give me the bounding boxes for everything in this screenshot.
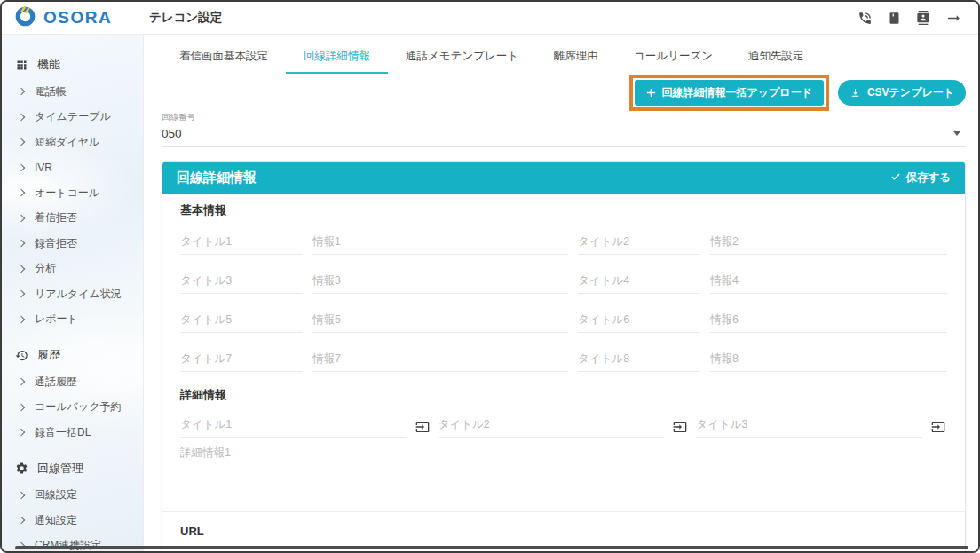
tab-bar: 着信画面基本設定 回線詳細情報 通話メモテンプレート 離席理由 コールリーズン … — [162, 42, 966, 74]
tab-away-reason[interactable]: 離席理由 — [536, 42, 616, 74]
address-book-icon[interactable] — [888, 12, 901, 25]
sidebar: 機能 電話帳 タイムテーブル 短縮ダイヤル IVR オートコール 着信拒否 録音… — [2, 35, 144, 551]
tab-incoming-basic[interactable]: 着信画面基本設定 — [162, 42, 286, 74]
upload-button-highlight-box: 回線詳細情報一括アップロード — [629, 75, 829, 111]
basic-info-8-input[interactable] — [710, 350, 947, 372]
tab-call-reason[interactable]: コールリーズン — [616, 42, 731, 74]
basic-title-3-input[interactable] — [180, 272, 303, 294]
csv-template-button[interactable]: CSVテンプレート — [838, 80, 966, 106]
sidebar-item-call-history[interactable]: 通話履歴 — [2, 369, 143, 395]
basic-info-grid — [180, 233, 947, 372]
basic-info-4-input[interactable] — [710, 272, 947, 294]
basic-info-6-input[interactable] — [710, 311, 947, 333]
page-title: テレコン設定 — [144, 10, 222, 26]
sidebar-item-report[interactable]: レポート — [2, 307, 143, 333]
bulk-upload-button-label: 回線詳細情報一括アップロード — [662, 85, 812, 100]
sidebar-item-speed-dial[interactable]: 短縮ダイヤル — [2, 130, 143, 155]
detail-title-2-input[interactable] — [439, 415, 665, 438]
chevron-right-icon — [18, 215, 25, 222]
url-section-title: URL — [180, 525, 947, 538]
chevron-right-icon — [18, 316, 25, 323]
sidebar-item-label: リアルタイム状況 — [35, 287, 122, 302]
section-divider — [162, 511, 965, 512]
bulk-upload-button[interactable]: 回線詳細情報一括アップロード — [635, 80, 824, 106]
tab-memo-template[interactable]: 通話メモテンプレート — [388, 42, 536, 74]
sidebar-item-autocall[interactable]: オートコール — [2, 180, 143, 206]
detail-title-row — [180, 415, 947, 438]
save-button-label: 保存する — [905, 170, 951, 186]
chevron-right-icon — [18, 240, 25, 247]
input-variable-icon[interactable] — [414, 420, 431, 434]
sidebar-item-realtime[interactable]: リアルタイム状況 — [2, 281, 143, 307]
sidebar-item-callback[interactable]: コールバック予約 — [2, 395, 143, 421]
panel-header: 回線詳細情報 保存する — [162, 162, 965, 194]
sidebar-section-label: 機能 — [37, 57, 60, 73]
chevron-right-icon — [18, 114, 25, 121]
basic-title-4-input[interactable] — [578, 272, 700, 294]
download-icon — [850, 87, 861, 99]
sidebar-item-call-reject[interactable]: 着信拒否 — [2, 206, 143, 232]
detail-title-3-input[interactable] — [696, 415, 922, 438]
chevron-right-icon — [18, 164, 25, 171]
sidebar-item-label: IVR — [35, 162, 52, 174]
tab-line-detail[interactable]: 回線詳細情報 — [286, 42, 388, 74]
basic-info-3-input[interactable] — [312, 272, 568, 294]
line-detail-panel: 回線詳細情報 保存する 基本情報 — [162, 161, 966, 553]
sidebar-item-ivr[interactable]: IVR — [2, 155, 143, 181]
plus-icon — [646, 88, 656, 98]
sidebar-item-label: 電話帳 — [35, 84, 67, 99]
contacts-icon[interactable] — [916, 11, 930, 25]
basic-title-8-input[interactable] — [578, 350, 700, 372]
sidebar-item-phonebook[interactable]: 電話帳 — [2, 79, 143, 105]
basic-title-5-input[interactable] — [180, 311, 303, 333]
basic-title-6-input[interactable] — [578, 311, 700, 333]
csv-template-button-label: CSVテンプレート — [867, 85, 954, 100]
detail-body-textarea[interactable] — [180, 446, 947, 504]
sidebar-section-label: 履歴 — [37, 347, 60, 363]
input-variable-icon[interactable] — [671, 420, 689, 434]
sidebar-item-label: オートコール — [35, 186, 99, 201]
sidebar-item-timetable[interactable]: タイムテーブル — [2, 105, 143, 130]
sidebar-item-label: 回線設定 — [35, 487, 77, 502]
action-buttons-row: 回線詳細情報一括アップロード CSVテンプレート — [162, 77, 966, 107]
line-number-label: 回線番号 — [162, 112, 966, 123]
sidebar-item-label: 短縮ダイヤル — [35, 135, 99, 150]
chevron-right-icon — [18, 290, 25, 297]
logo-text: OSORA — [43, 8, 112, 28]
topbar: OSORA テレコン設定 — [2, 2, 978, 35]
basic-info-section-title: 基本情報 — [180, 202, 947, 218]
basic-info-2-input[interactable] — [710, 233, 947, 255]
detail-info-section-title: 詳細情報 — [180, 387, 947, 403]
sidebar-item-analysis[interactable]: 分析 — [2, 257, 143, 282]
logo[interactable]: OSORA — [2, 5, 144, 31]
detail-title-1-input[interactable] — [180, 415, 407, 438]
sidebar-item-record-dl[interactable]: 録音一括DL — [2, 420, 143, 446]
app-window: OSORA テレコン設定 機能 — [0, 0, 980, 553]
line-number-value: 050 — [162, 127, 182, 140]
basic-info-7-input[interactable] — [312, 350, 568, 372]
sidebar-item-label: 着信拒否 — [35, 210, 77, 225]
basic-title-7-input[interactable] — [180, 350, 303, 372]
sidebar-item-line-settings[interactable]: 回線設定 — [2, 483, 143, 509]
chevron-right-icon — [18, 88, 25, 95]
logout-icon[interactable] — [945, 10, 962, 27]
basic-info-1-input[interactable] — [312, 233, 568, 255]
save-button[interactable]: 保存する — [890, 170, 951, 186]
line-number-dropdown[interactable]: 050 — [162, 123, 966, 147]
tab-notify-target[interactable]: 通知先設定 — [731, 42, 822, 74]
chevron-right-icon — [18, 492, 25, 499]
basic-info-5-input[interactable] — [312, 311, 568, 333]
sidebar-section-功能-header: 機能 — [2, 51, 143, 79]
phone-in-talk-icon[interactable] — [858, 11, 873, 26]
chevron-right-icon — [18, 378, 25, 385]
sidebar-item-label: 分析 — [35, 261, 56, 276]
line-number-select: 回線番号 050 — [162, 112, 966, 147]
chevron-right-icon — [18, 404, 25, 411]
horizontal-scrollbar[interactable] — [15, 546, 968, 550]
basic-title-2-input[interactable] — [578, 233, 700, 255]
basic-title-1-input[interactable] — [180, 233, 303, 255]
sidebar-item-record-reject[interactable]: 録音拒否 — [2, 231, 143, 257]
sidebar-item-notify-settings[interactable]: 通知設定 — [2, 508, 143, 533]
input-variable-icon[interactable] — [929, 420, 947, 434]
apps-grid-icon — [15, 59, 28, 72]
